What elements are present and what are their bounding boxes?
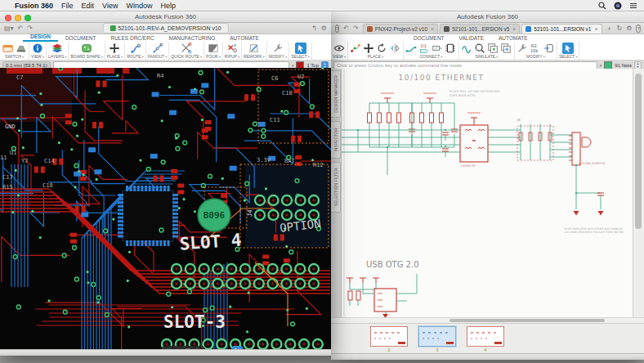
pour-icon[interactable] [207,43,219,54]
menu-view[interactable]: View [102,2,118,10]
redo-icon[interactable]: ↷ [353,25,359,32]
left-toolbar-group-modify[interactable]: MODIFY [267,42,290,60]
switch-icon[interactable] [2,43,14,54]
vertical-scroll-thumb[interactable] [635,74,642,229]
fanout-icon[interactable] [151,43,163,54]
right-ribbon-tab-validate[interactable]: VALIDATE [452,35,491,42]
right-ribbon-tab-document[interactable]: DOCUMENT [406,35,452,42]
left-ribbon-tab-manufacturing[interactable]: MANUFACTURING [162,35,223,42]
right-toolbar-group-select[interactable]: SELECT [557,42,580,60]
left-ribbon-tab-design[interactable]: DESIGN [23,34,58,42]
app-menu-name[interactable]: Fusion 360 [15,2,53,10]
ic-icon[interactable] [445,43,457,54]
left-toolbar-group-board-shape[interactable]: BOARD SHAPE [69,42,105,60]
close-tab-icon[interactable]: × [512,26,516,32]
side-tab-inspector[interactable]: INSPECTOR [331,121,341,159]
menu-help[interactable]: Help [160,2,176,10]
wrench-icon[interactable] [271,43,284,54]
pind1-icon[interactable]: D1 [418,43,431,54]
close-tab-icon[interactable]: × [594,26,597,32]
menu-window[interactable]: Window [126,2,152,10]
close-tab-icon[interactable]: × [431,26,434,32]
right-toolbar-group-simulate[interactable]: SIMULATE [459,42,515,60]
file-menu-icon[interactable]: ▤▾ [4,25,14,32]
wrench-icon[interactable] [517,43,529,54]
squiggle-icon[interactable] [461,43,473,54]
left-toolbar-group-switch[interactable]: SWITCH [0,42,29,60]
right-toolbar-group-modify[interactable]: R210kMODIFY [515,42,557,60]
left-toolbar-group-place[interactable]: PLACE [105,42,126,60]
left-toolbar-group-quick-route[interactable]: QUICK ROUTE [169,42,204,60]
undo-icon[interactable]: ↶ [18,25,24,32]
side-tab-design-manager[interactable]: DESIGN MANAGER [331,70,341,118]
menubar-control-center-icon[interactable] [614,2,622,10]
minimize-window-button[interactable] [15,15,21,21]
cursorblue-icon[interactable] [562,43,575,54]
left-toolbar-group-pour[interactable]: POUR [204,42,223,60]
active-document-tab[interactable]: 52101-101-REV-A_DEMOVERSION v10 [102,23,228,34]
left-toolbar-group-view[interactable]: VIEW [29,42,47,60]
menu-edit[interactable]: Edit [82,2,95,10]
new-tab-icon[interactable]: ＋ [606,25,613,32]
schematic-canvas[interactable]: 10/100 ETHERNETPLACE PULL UP AND DECOUPL… [342,69,633,317]
document-tab[interactable]: PNX42-Project-v2 v10× [363,24,438,34]
info-icon[interactable] [31,43,43,54]
document-tab[interactable]: 52101-101...ERSION v5× [440,24,520,34]
hood-icon[interactable] [15,43,27,54]
horizontal-scrollbar[interactable] [331,317,644,323]
help-icon[interactable]: ? [335,25,339,33]
gear-icon[interactable]: ⚙ [626,25,632,32]
right-ribbon-tab-automate[interactable]: AUTOMATE [491,35,535,42]
r2val-icon[interactable]: R210k [530,43,542,54]
gear-icon[interactable]: ⚙ [321,25,327,32]
nets-selector[interactable]: 91 Nets [615,63,632,68]
route-icon[interactable] [129,43,141,54]
left-toolbar-group-ripup[interactable]: RIPUP [223,42,242,60]
left-toolbar-group-route[interactable]: ROUTE [125,42,146,60]
board-icon[interactable] [81,43,93,54]
right-titlebar[interactable]: Autodesk Fusion 360 [331,11,644,23]
menubar-list-icon[interactable] [629,2,637,10]
left-toolbar-group-fanout[interactable]: FANOUT [146,42,169,60]
netlabel-icon[interactable] [432,43,444,54]
ripup-icon[interactable] [226,43,238,54]
document-tab[interactable]: 52101-101...ERSION v1× [521,24,602,34]
vertical-scrollbar[interactable] [633,69,644,317]
move-icon[interactable] [363,43,375,54]
layers-icon[interactable] [51,43,64,54]
wire-icon[interactable] [405,43,418,54]
sync-icon[interactable]: ↻ [617,25,623,32]
left-ribbon-tab-document[interactable]: DOCUMENT [58,35,104,42]
boardcopy-icon[interactable] [487,43,499,54]
horizontal-scroll-thumb[interactable] [449,319,605,322]
pushboard-icon[interactable] [543,43,555,54]
nets-icon[interactable] [350,43,362,54]
menubar-search-icon[interactable] [598,2,606,10]
left-toolbar-group-select[interactable]: SELECT [289,42,312,60]
rotate-icon[interactable] [376,43,388,54]
mirror-icon[interactable] [389,43,401,54]
cursorblue-icon[interactable] [294,43,306,54]
eye-icon[interactable] [333,43,345,54]
left-titlebar[interactable]: Autodesk Fusion 360 [0,11,331,23]
move-icon[interactable] [109,43,121,54]
menu-file[interactable]: File [61,2,74,10]
sheet-thumbnail[interactable] [370,326,408,347]
redo-icon[interactable]: ↷ [27,25,33,32]
left-toolbar-group-rework[interactable]: REWORK [242,42,267,60]
back-arrow-icon[interactable]: ↰ [311,25,317,32]
sheet-thumbnail[interactable] [418,326,456,347]
right-toolbar-group-view[interactable]: VIEW [331,42,348,60]
boardcopy2-icon[interactable] [500,43,512,54]
left-toolbar-group-layers[interactable]: LAYERS [47,42,69,60]
quickroute-icon[interactable] [181,43,193,54]
zoom-window-button[interactable] [25,15,31,21]
close-window-button[interactable] [5,15,11,21]
left-ribbon-tab-rules-drc-erc[interactable]: RULES DRC/ERC [103,35,161,42]
side-tab-selection-filter[interactable]: SELECTION FILTER [331,162,341,213]
help-icon[interactable]: ? [636,25,640,33]
right-toolbar-group-place[interactable]: PLACE [348,42,404,60]
left-ribbon-tab-automate[interactable]: AUTOMATE [222,35,266,42]
sheet-thumbnail[interactable] [467,326,504,347]
nets-dropdown-arrow-icon[interactable]: ▾ [600,63,602,68]
